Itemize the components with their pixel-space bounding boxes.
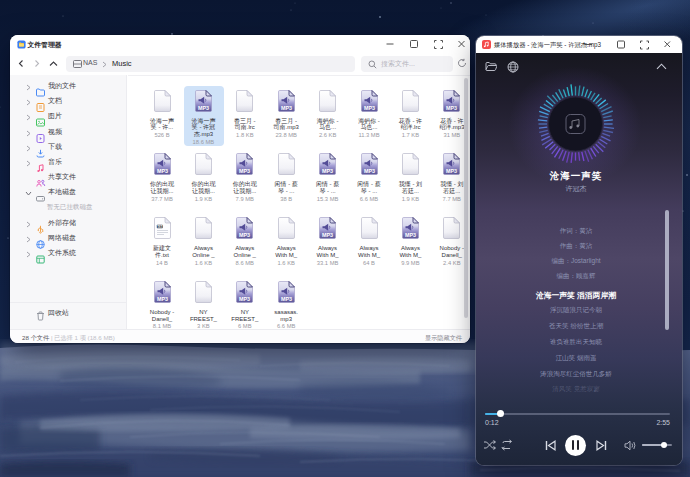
svg-text:MP3: MP3: [239, 232, 250, 238]
svg-text:MP3: MP3: [156, 168, 167, 174]
svg-text:MP3: MP3: [281, 296, 292, 302]
svg-text:MP3: MP3: [239, 168, 250, 174]
svg-text:MP3: MP3: [322, 168, 333, 174]
svg-text:MP3: MP3: [405, 232, 416, 238]
svg-text:MP3: MP3: [446, 168, 457, 174]
svg-text:MP3: MP3: [198, 104, 209, 110]
svg-text:MP3: MP3: [281, 104, 292, 110]
svg-text:MP3: MP3: [363, 104, 374, 110]
svg-text:MP3: MP3: [446, 104, 457, 110]
svg-text:MP3: MP3: [363, 168, 374, 174]
svg-text:MP3: MP3: [239, 296, 250, 302]
svg-text:TXT: TXT: [157, 225, 163, 229]
svg-text:MP3: MP3: [322, 232, 333, 238]
svg-text:MP3: MP3: [156, 296, 167, 302]
